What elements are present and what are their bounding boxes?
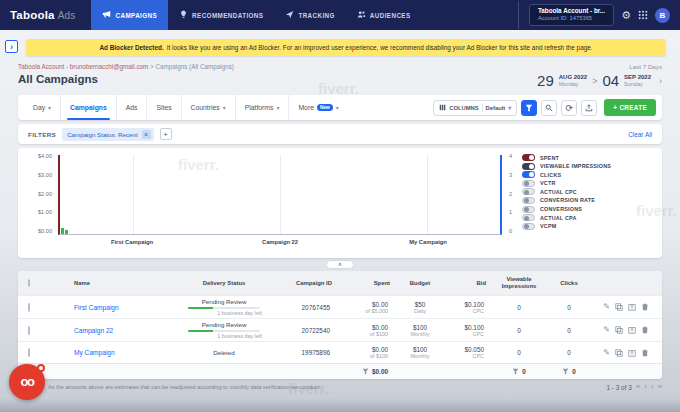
row-checkbox[interactable] [28,326,30,335]
filter-button[interactable] [521,100,537,116]
viewable-impressions: 0 [490,304,548,311]
columns-label: COLUMNS [449,105,478,111]
toggle-icon[interactable] [522,163,535,170]
toggle-icon[interactable] [522,223,535,230]
delete-icon[interactable] [641,303,649,311]
legend-item-vcpm[interactable]: VCPM [522,223,652,230]
tick-label: $2.00 [38,191,52,197]
funnel-icon[interactable] [562,368,569,376]
col-name: Name [70,277,176,290]
columns-selector[interactable]: COLUMNS Default ▾ [433,100,517,116]
duplicate-icon[interactable] [615,303,623,311]
toggle-icon[interactable] [522,171,535,178]
legend-item-conversion-rate[interactable]: CONVERSION RATE [522,197,652,204]
row-checkbox[interactable] [28,303,30,312]
tab-sites[interactable]: Sites [146,95,180,120]
user-avatar[interactable]: B [655,8,670,23]
spent-cell: $0.00 of $100 [336,324,394,337]
tab-countries[interactable]: Countries ▾ [181,95,235,120]
legend-label: VIEWABLE IMPRESSIONS [540,163,611,169]
toggle-icon[interactable] [522,180,535,187]
chart-plot-area[interactable] [58,155,502,235]
create-button[interactable]: + CREATE [604,99,656,116]
edit-icon[interactable]: ✎ [603,326,610,334]
gridline [280,155,281,234]
legend-label: SPENT [540,155,559,161]
nav-item-tracking[interactable]: TRACKING [274,0,345,30]
bid-sub: CPC [446,331,484,337]
last-page-icon[interactable]: » [658,383,662,391]
page-title: All Campaigns [18,73,234,85]
delete-icon[interactable] [641,326,649,334]
clear-all-link[interactable]: Clear All [628,131,652,138]
next-page-icon[interactable]: › [651,383,654,391]
duplicate-icon[interactable] [615,326,623,334]
export-row-icon[interactable] [628,349,636,357]
toggle-icon[interactable] [522,154,535,161]
refresh-button[interactable]: ⟳ [561,100,577,116]
funnel-icon[interactable] [512,368,519,376]
tab-day[interactable]: Day ▾ [24,95,60,120]
edit-icon[interactable]: ✎ [603,303,610,311]
col-viewable-impressions: Viewable Impressions [490,273,548,293]
delete-icon[interactable] [641,349,649,357]
filter-chip-campaign-status[interactable]: Campaign Status: Recent × [62,128,154,141]
select-all-checkbox[interactable] [28,279,30,287]
nav-item-campaigns[interactable]: CAMPAIGNS [91,0,168,30]
toggle-icon[interactable] [522,206,535,213]
tab-campaigns[interactable]: Campaigns [60,95,116,120]
legend-item-actual-cpa[interactable]: ACTUAL CPA [522,214,652,221]
legend-item-actual-cpc[interactable]: ACTUAL CPC [522,188,652,195]
chevron-right-icon[interactable]: › [659,76,662,86]
nav-item-recommendations[interactable]: RECOMMENDATIONS [168,0,274,30]
funnel-icon[interactable] [362,368,369,376]
row-checkbox[interactable] [28,348,30,357]
export-button[interactable] [581,100,597,116]
account-selector[interactable]: Taboola Account - br... Account ID: 1475… [518,1,614,29]
legend-item-viewable-impressions[interactable]: VIEWABLE IMPRESSIONS [522,163,652,170]
export-row-icon[interactable] [628,326,636,334]
date-range-picker[interactable]: Last 7 Days 29 AUG 2022 Monday > 04 SEP … [537,63,662,89]
nav-item-audiences[interactable]: AUDIENCES [346,0,422,30]
campaign-name-link[interactable]: My Campaign [70,349,176,356]
close-icon[interactable]: × [142,130,151,139]
tab-ads[interactable]: Ads [116,95,147,120]
campaign-name-link[interactable]: First Campaign [70,304,176,311]
export-row-icon[interactable] [628,303,636,311]
prev-page-icon[interactable]: ‹ [644,383,647,391]
budget-sub: Monthly [394,331,446,337]
status-sub-text: 1 business day left [186,333,262,339]
legend-item-spent[interactable]: SPENT [522,154,652,161]
taboola-widget-button[interactable]: oo [9,364,45,400]
toggle-icon[interactable] [522,214,535,221]
row-actions: ✎ [590,326,662,334]
duplicate-icon[interactable] [615,349,623,357]
tab-platforms[interactable]: Platforms ▾ [235,95,289,120]
toggle-icon[interactable] [522,188,535,195]
top-navbar: Taboola Ads CAMPAIGNS RECOMMENDATIONS TR… [0,0,680,30]
campaign-name-link[interactable]: Campaign 22 [70,327,176,334]
collapse-chart-button[interactable]: ∧ [326,260,354,269]
budget-value: $50 [394,301,446,308]
budget-sub: Monthly [394,353,446,359]
edit-icon[interactable]: ✎ [603,349,610,357]
breadcrumb-account-link[interactable]: Taboola Account - brunobernacchi@gmail.c… [18,63,148,70]
legend-label: CONVERSIONS [540,206,582,212]
legend-item-clicks[interactable]: CLICKS [522,171,652,178]
navbar-right: Taboola Account - br... Account ID: 1475… [518,0,680,30]
search-button[interactable] [541,100,557,116]
legend-item-conversions[interactable]: CONVERSIONS [522,206,652,213]
tab-more[interactable]: More New ▾ [288,95,347,120]
apps-grid-icon[interactable] [638,10,648,20]
taboola-ads-app: Taboola Ads CAMPAIGNS RECOMMENDATIONS TR… [0,0,680,412]
viewable-total-cell: 0 [490,368,548,376]
viewable-total: 0 [522,368,526,375]
taboola-logo[interactable]: Taboola Ads [0,0,91,30]
sidebar-expand-button[interactable]: › [5,40,18,53]
first-page-icon[interactable]: « [636,383,640,391]
toggle-icon[interactable] [522,197,535,204]
gear-icon[interactable]: ⚙ [621,10,631,21]
location-arrow-icon [285,10,294,20]
legend-item-vctr[interactable]: VCTR [522,180,652,187]
add-filter-button[interactable]: + [160,128,172,140]
